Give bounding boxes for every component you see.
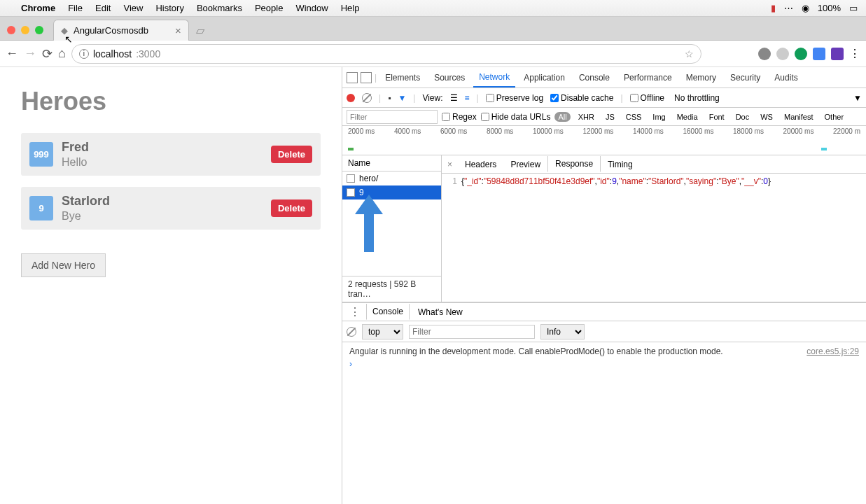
preserve-log-checkbox[interactable]: Preserve log bbox=[486, 93, 543, 103]
hide-data-urls-checkbox[interactable]: Hide data URLs bbox=[481, 112, 551, 122]
filter-input[interactable] bbox=[347, 110, 438, 124]
tab-sources[interactable]: Sources bbox=[428, 69, 470, 87]
tab-elements[interactable]: Elements bbox=[379, 69, 426, 87]
tab-title: AngularCosmosdb bbox=[74, 25, 148, 36]
extension-icon[interactable] bbox=[831, 48, 844, 60]
tab-performance[interactable]: Performance bbox=[618, 69, 678, 87]
detail-tab-preview[interactable]: Preview bbox=[503, 157, 547, 172]
request-row[interactable]: hero/ bbox=[342, 172, 441, 186]
detail-tab-response[interactable]: Response bbox=[547, 156, 601, 172]
close-tab-icon[interactable]: × bbox=[175, 24, 181, 36]
detail-tab-headers[interactable]: Headers bbox=[458, 157, 503, 172]
request-list: Name hero/ 9 2 requests | 592 B tran… bbox=[342, 155, 442, 302]
minimize-window-button[interactable] bbox=[21, 26, 29, 34]
filter-type-manifest[interactable]: Manifest bbox=[781, 112, 817, 122]
level-select[interactable]: Info bbox=[540, 324, 585, 340]
menu-people[interactable]: People bbox=[255, 3, 283, 13]
throttling-select[interactable]: No throttling bbox=[671, 92, 722, 104]
delete-button[interactable]: Delete bbox=[271, 200, 312, 217]
menu-history[interactable]: History bbox=[155, 3, 183, 13]
tab-console[interactable]: Console bbox=[573, 69, 615, 87]
browser-tab[interactable]: ◆ AngularCosmosdb × bbox=[53, 20, 189, 41]
info-icon[interactable]: i bbox=[79, 49, 89, 59]
network-panel: Name hero/ 9 2 requests | 592 B tran… × … bbox=[342, 155, 866, 302]
throttling-dropdown-icon[interactable]: ▼ bbox=[853, 93, 862, 103]
menu-file[interactable]: File bbox=[68, 3, 83, 13]
extension-icon[interactable] bbox=[776, 48, 789, 60]
new-tab-button[interactable]: ▱ bbox=[193, 21, 207, 40]
view-large-icon[interactable]: ☰ bbox=[450, 93, 458, 103]
close-window-button[interactable] bbox=[7, 26, 15, 34]
filter-type-js[interactable]: JS bbox=[602, 112, 618, 122]
console-source-link[interactable]: core.es5.js:29 bbox=[806, 346, 859, 356]
disable-cache-checkbox[interactable]: Disable cache bbox=[550, 93, 613, 103]
tray-icon[interactable]: ⋯ bbox=[784, 3, 793, 13]
hero-card[interactable]: 9 Starlord Bye Delete bbox=[21, 187, 321, 230]
extension-icon[interactable] bbox=[795, 48, 807, 60]
tab-network[interactable]: Network bbox=[473, 68, 515, 88]
app-name[interactable]: Chrome bbox=[21, 3, 55, 13]
console-menu-icon[interactable]: ⋮ bbox=[347, 305, 363, 318]
network-timeline[interactable]: 2000 ms 4000 ms 6000 ms 8000 ms 10000 ms… bbox=[342, 126, 866, 155]
timeline-mark bbox=[821, 148, 827, 150]
console-output[interactable]: Angular is running in the development mo… bbox=[342, 342, 866, 376]
context-select[interactable]: top bbox=[362, 324, 403, 340]
inspect-element-icon[interactable] bbox=[347, 72, 358, 83]
view-small-icon[interactable]: ≡ bbox=[465, 93, 470, 103]
devtools-tabs: | Elements Sources Network Application C… bbox=[342, 67, 866, 88]
filter-type-xhr[interactable]: XHR bbox=[575, 112, 598, 122]
response-body[interactable]: 1 {"_id":"59848d8d711bf50f41e3d9ef","id"… bbox=[442, 174, 866, 189]
clear-button[interactable] bbox=[362, 93, 372, 103]
tray-icon[interactable]: ▮ bbox=[771, 3, 776, 13]
regex-checkbox[interactable]: Regex bbox=[442, 112, 477, 122]
filter-type-font[interactable]: Font bbox=[706, 112, 728, 122]
address-bar[interactable]: i localhost:3000 ☆ bbox=[71, 44, 701, 64]
extension-icon[interactable] bbox=[813, 48, 825, 60]
delete-button[interactable]: Delete bbox=[271, 146, 312, 163]
console-filter-input[interactable] bbox=[409, 325, 535, 339]
filter-type-media[interactable]: Media bbox=[673, 112, 701, 122]
filter-icon[interactable]: ▼ bbox=[398, 93, 406, 103]
add-hero-button[interactable]: Add New Hero bbox=[21, 253, 106, 277]
macos-menubar: Chrome File Edit View History Bookmarks … bbox=[0, 0, 866, 17]
menu-view[interactable]: View bbox=[123, 3, 143, 13]
filter-type-css[interactable]: CSS bbox=[622, 112, 645, 122]
clear-console-button[interactable] bbox=[347, 327, 356, 337]
filter-type-other[interactable]: Other bbox=[821, 112, 848, 122]
detail-tab-timing[interactable]: Timing bbox=[601, 157, 640, 172]
menu-bookmarks[interactable]: Bookmarks bbox=[197, 3, 242, 13]
record-button[interactable] bbox=[347, 94, 355, 102]
wifi-icon[interactable]: ◉ bbox=[802, 3, 809, 13]
extension-icon[interactable] bbox=[758, 48, 771, 60]
menu-edit[interactable]: Edit bbox=[95, 3, 111, 13]
offline-checkbox[interactable]: Offline bbox=[630, 93, 664, 103]
timeline-mark bbox=[348, 148, 354, 150]
tab-audits[interactable]: Audits bbox=[769, 69, 803, 87]
filter-type-img[interactable]: Img bbox=[649, 112, 669, 122]
forward-button[interactable]: → bbox=[24, 46, 36, 61]
tab-memory[interactable]: Memory bbox=[680, 69, 722, 87]
whatsnew-tab[interactable]: What's New bbox=[412, 304, 468, 320]
home-button[interactable]: ⌂ bbox=[58, 46, 66, 61]
console-tab[interactable]: Console bbox=[366, 304, 410, 320]
close-detail-icon[interactable]: × bbox=[442, 160, 458, 169]
menu-help[interactable]: Help bbox=[341, 3, 360, 13]
back-button[interactable]: ← bbox=[6, 46, 18, 61]
screenshot-icon[interactable]: ▪ bbox=[388, 93, 391, 103]
filter-type-all[interactable]: All bbox=[554, 112, 570, 122]
bookmark-star-icon[interactable]: ☆ bbox=[685, 48, 694, 59]
window-controls bbox=[0, 20, 50, 40]
menu-window[interactable]: Window bbox=[295, 3, 328, 13]
tab-application[interactable]: Application bbox=[518, 69, 571, 87]
device-toolbar-icon[interactable] bbox=[361, 72, 372, 83]
filter-type-ws[interactable]: WS bbox=[757, 112, 776, 122]
maximize-window-button[interactable] bbox=[35, 26, 43, 34]
console-prompt-icon[interactable]: › bbox=[349, 356, 859, 372]
name-column-header[interactable]: Name bbox=[342, 155, 441, 172]
battery-icon[interactable]: ▭ bbox=[849, 3, 858, 13]
chrome-menu-icon[interactable]: ⋮ bbox=[849, 47, 860, 60]
reload-button[interactable]: ⟳ bbox=[42, 46, 53, 62]
filter-type-doc[interactable]: Doc bbox=[732, 112, 753, 122]
tab-security[interactable]: Security bbox=[725, 69, 766, 87]
hero-card[interactable]: 999 Fred Hello Delete bbox=[21, 133, 321, 176]
